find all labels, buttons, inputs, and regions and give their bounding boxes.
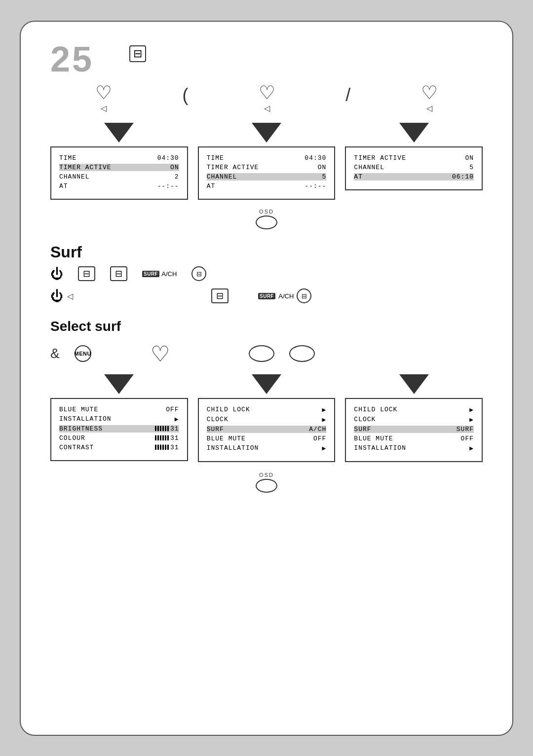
screen-row: COLOUR ▐▐▐▐▐▐ 31	[59, 434, 179, 442]
value: SURF	[457, 426, 474, 433]
surf-circle-icon-2: ⊟	[302, 292, 307, 300]
screen-row: INSTALLATION ▶	[59, 415, 179, 423]
icon-col-2: (	[183, 85, 189, 106]
screen-row-highlighted: CHANNEL 5	[207, 173, 327, 180]
arrow-down-6	[399, 374, 429, 394]
label: AT	[59, 182, 68, 190]
ampersand-icon: &	[50, 346, 60, 361]
drop-icon-1: ♡	[95, 82, 112, 104]
screen-row: BLUE MUTE OFF	[59, 406, 179, 413]
menu-icon-top: ⊟	[129, 45, 146, 62]
screen-col-2: TIME 04:30 TIMER ACTIVE ON CHANNEL 5 AT …	[198, 123, 336, 200]
menu-text: MENU	[75, 351, 91, 357]
bar-indicator: ▐▐▐▐▐▐	[153, 445, 168, 450]
menu-btn-1[interactable]: ⊟	[78, 266, 95, 281]
menu-circle-btn[interactable]: MENU	[75, 345, 91, 362]
screen-row: BLUE MUTE OFF	[207, 435, 327, 442]
label: BRIGHTNESS	[59, 425, 103, 432]
label: CONTRAST	[59, 444, 94, 451]
osd-label: OSD	[259, 209, 274, 215]
power-icon: ⏻	[50, 266, 63, 282]
bottom-screen-box-3: CHILD LOCK ▶ CLOCK ▶ SURF SURF BLUE MUTE…	[345, 398, 483, 462]
screen-row-highlighted: SURF A/CH	[207, 426, 327, 433]
screen-row-highlighted: AT 06:10	[354, 173, 474, 180]
screen-row: CHILD LOCK ▶	[354, 406, 474, 414]
icon-col-4: /	[345, 85, 350, 106]
bar-value: 31	[170, 434, 179, 442]
label: TIMER ACTIVE	[59, 164, 112, 171]
label: CHANNEL	[354, 164, 384, 171]
oval-btn-1[interactable]	[249, 345, 274, 362]
label: TIMER ACTIVE	[354, 154, 406, 162]
surf-title: Surf	[50, 243, 483, 261]
screen-row-highlighted: SURF SURF	[354, 426, 474, 433]
surf-circle-icon: ⊟	[196, 270, 202, 278]
label: BLUE MUTE	[354, 435, 393, 442]
label: INSTALLATION	[354, 444, 406, 452]
value: --:--	[305, 182, 326, 190]
value: ▐▐▐▐▐▐ 31	[153, 425, 179, 432]
screen-row: AT --:--	[59, 182, 179, 190]
value: ▶	[469, 406, 474, 414]
label: CHANNEL	[207, 173, 237, 180]
screen-row: INSTALLATION ▶	[354, 444, 474, 452]
surf-badge-group-2: SURF A/CH ⊟	[258, 288, 311, 303]
slash-icon: /	[345, 85, 350, 106]
screen-row: AT --:--	[207, 182, 327, 190]
bar-value: 31	[170, 444, 179, 451]
triangle-3: ◁	[426, 104, 432, 113]
page-number: 25	[50, 41, 483, 77]
value: OFF	[166, 406, 179, 413]
screen-row: TIMER ACTIVE ON	[207, 164, 327, 171]
value: A/CH	[309, 426, 326, 433]
label: SURF	[354, 426, 371, 433]
screen-row: BLUE MUTE OFF	[354, 435, 474, 442]
drop-icon-lg: ♡	[151, 341, 170, 366]
label: AT	[207, 182, 216, 190]
value: ▶	[469, 444, 474, 452]
value: ▶	[322, 444, 327, 452]
screen-row: CHANNEL 5	[354, 164, 474, 171]
screen-col-1: TIME 04:30 TIMER ACTIVE ON CHANNEL 2 AT …	[50, 123, 188, 200]
label: CHILD LOCK	[207, 406, 250, 414]
surf-icons-row-2: ⏻ ◁ ⊟ SURF A/CH ⊟	[50, 288, 483, 304]
a-ch-label-2: A/CH	[278, 292, 294, 300]
screen-row: INSTALLATION ▶	[207, 444, 327, 452]
label: COLOUR	[59, 434, 85, 442]
menu-btn-2[interactable]: ⊟	[110, 266, 127, 281]
bar-value: 31	[170, 425, 179, 432]
screen-row: TIME 04:30	[59, 154, 179, 162]
screen-row: CHANNEL 2	[59, 173, 179, 180]
menu-btn-3[interactable]: ⊟	[211, 288, 228, 303]
label: INSTALLATION	[207, 444, 259, 452]
surf-sub-icon-2[interactable]: ⊟	[297, 288, 311, 303]
arrow-down-2	[252, 123, 281, 143]
osd-button-bottom[interactable]	[256, 479, 277, 493]
arrow-down-5	[252, 374, 281, 394]
value: 5	[469, 164, 474, 171]
oval-btn-2[interactable]	[289, 345, 315, 362]
label: CHILD LOCK	[354, 406, 397, 414]
osd-button[interactable]	[256, 216, 277, 229]
label: SURF	[207, 426, 224, 433]
power-icon-2: ⏻	[50, 288, 63, 304]
surf-badge-2: SURF	[258, 293, 275, 299]
a-ch-label: A/CH	[161, 270, 177, 278]
arrow-down-4	[104, 374, 134, 394]
value: 2	[175, 173, 179, 180]
bottom-screen-col-2: CHILD LOCK ▶ CLOCK ▶ SURF A/CH BLUE MUTE…	[198, 374, 336, 462]
arrow-down-3	[399, 123, 429, 143]
label: BLUE MUTE	[207, 435, 246, 442]
triangle-2: ◁	[264, 104, 270, 113]
label: INSTALLATION	[59, 415, 112, 423]
value: ▶	[322, 416, 327, 424]
screen-row: TIMER ACTIVE ON	[354, 154, 474, 162]
screen-box-1: TIME 04:30 TIMER ACTIVE ON CHANNEL 2 AT …	[50, 146, 188, 200]
bar-indicator: ▐▐▐▐▐▐	[153, 435, 168, 441]
surf-sub-icon[interactable]: ⊟	[191, 266, 206, 281]
surf-group: SURF A/CH	[142, 270, 177, 278]
screen-row: TIME 04:30	[207, 154, 327, 162]
screen-box-3: TIMER ACTIVE ON CHANNEL 5 AT 06:10	[345, 146, 483, 190]
paren-icon: (	[183, 85, 189, 106]
value: ▶	[175, 415, 179, 423]
